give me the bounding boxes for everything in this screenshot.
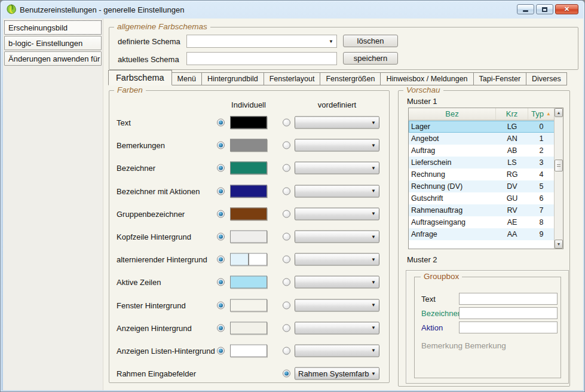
maximize-button[interactable] [536, 4, 553, 14]
preview-aktion-input[interactable] [459, 321, 558, 333]
color-row-anzeigen-hintergrund: Anzeigen Hintergrund ▼ [109, 317, 389, 339]
preview-text-input[interactable] [459, 293, 558, 305]
color-swatch[interactable] [230, 321, 267, 334]
minimize-button[interactable] [517, 4, 534, 14]
column-header-typ[interactable]: Typ▲ [528, 108, 555, 120]
predefined-radio[interactable] [283, 142, 290, 149]
predefined-radio[interactable] [283, 233, 290, 241]
individual-radio[interactable] [217, 278, 225, 286]
predefined-combobox[interactable]: ▼ [295, 231, 379, 243]
client-area: Erscheinungsbild b-logic- Einstellungen … [3, 19, 583, 390]
color-swatch-right [249, 253, 267, 266]
predefined-combobox[interactable]: ▼ [295, 117, 379, 129]
predefined-combobox[interactable]: ▼ [295, 299, 379, 311]
table-header-row: Bez Krz Typ▲ [409, 108, 563, 121]
tab-menue[interactable]: Menü [172, 72, 202, 85]
table-row[interactable]: LieferscheinLS3 [409, 157, 563, 169]
close-icon: ✕ [564, 6, 569, 13]
color-swatch[interactable] [230, 207, 267, 220]
muster2-label: Muster 2 [407, 255, 437, 264]
predefined-combobox[interactable]: ▼ [295, 207, 379, 220]
chevron-down-icon: ▼ [371, 166, 376, 171]
predefined-combobox[interactable]: ▼ [295, 139, 379, 152]
sidebar-item-erscheinungsbild[interactable]: Erscheinungsbild [4, 20, 102, 35]
color-swatch-split[interactable] [230, 253, 267, 266]
color-swatch[interactable] [230, 299, 267, 311]
individual-radio[interactable] [217, 210, 225, 218]
predefined-radio[interactable] [283, 164, 290, 172]
column-header-bez[interactable]: Bez [409, 108, 496, 120]
predefined-radio[interactable] [283, 301, 290, 309]
predefined-radio[interactable] [283, 187, 290, 195]
individual-radio[interactable] [217, 347, 225, 354]
color-row-label: Anzeigen Listen-Hintergrund [117, 346, 215, 355]
table-row[interactable]: GutschriftGU6 [409, 192, 563, 204]
individual-radio[interactable] [217, 164, 225, 172]
tab-fenstergroessen[interactable]: Fenstergrößen [320, 72, 381, 85]
tab-strip: Farbschema Menü Hintergrundbild Fensterl… [108, 70, 567, 85]
predefined-radio[interactable] [283, 278, 290, 286]
individual-radio[interactable] [217, 233, 225, 241]
table-row[interactable]: AnfrageAA9 [409, 228, 563, 240]
individual-radio[interactable] [217, 119, 225, 127]
table-row[interactable]: RechnungRG4 [409, 169, 563, 180]
preview-bezeichner-input[interactable] [459, 307, 558, 319]
preview-aktion-label: Aktion [421, 323, 443, 332]
column-header-krz[interactable]: Krz [496, 108, 528, 120]
close-button[interactable]: ✕ [555, 4, 578, 14]
table-row[interactable]: AuftragseingangAE8 [409, 216, 563, 228]
individual-radio[interactable] [217, 324, 225, 332]
color-swatch[interactable] [230, 231, 267, 243]
predefined-radio[interactable] [283, 119, 290, 127]
table-row[interactable]: RahmenauftragRV7 [409, 204, 563, 216]
sidebar-item-aenderungen-anwenden[interactable]: Änderungen anwenden für [4, 51, 102, 66]
tab-fensterlayout[interactable]: Fensterlayout [264, 72, 321, 85]
color-swatch[interactable] [230, 276, 267, 289]
color-swatch[interactable] [230, 117, 267, 129]
vorschau-groupbox-legend: Vorschau [403, 85, 443, 94]
table-row[interactable]: LagerLG0 [409, 121, 563, 133]
predefined-combobox[interactable]: ▼ [295, 321, 379, 334]
color-swatch[interactable] [230, 344, 267, 357]
tab-farbschema[interactable]: Farbschema [108, 70, 172, 85]
predefined-combobox[interactable]: ▼ [295, 162, 379, 174]
predefined-radio[interactable] [283, 324, 290, 332]
individual-radio[interactable] [217, 187, 225, 195]
predefined-combobox[interactable]: Rahmen Systemfarb ▼ [295, 368, 379, 380]
predefined-combobox[interactable]: ▼ [295, 344, 379, 357]
sidebar-item-blogic-einstellungen[interactable]: b-logic- Einstellungen [4, 36, 102, 50]
color-swatch[interactable] [230, 162, 267, 174]
predefined-radio[interactable] [283, 210, 290, 218]
tab-hinweisbox-meldungen[interactable]: Hinweisbox / Meldungen [381, 72, 473, 85]
predefined-combobox[interactable]: ▼ [295, 185, 379, 197]
defined-schema-combobox[interactable]: ▼ [186, 35, 337, 48]
color-swatch[interactable] [230, 139, 267, 152]
defined-schema-label: definierte Schema [118, 37, 180, 46]
table-scrollbar[interactable]: ▲ ▼ [554, 108, 563, 249]
current-schema-input[interactable] [186, 52, 337, 65]
scrollbar-thumb[interactable] [555, 160, 563, 172]
table-row[interactable]: AuftragAB2 [409, 145, 563, 157]
color-row-bemerkungen: Bemerkungen ▼ [109, 134, 389, 157]
tab-diverses[interactable]: Diverses [526, 72, 567, 85]
predefined-radio[interactable] [283, 370, 290, 378]
tab-hintergrundbild[interactable]: Hintergrundbild [202, 72, 264, 85]
preview-bemerkung-text: Bemerkung Bemerkung [421, 341, 506, 350]
delete-button[interactable]: löschen [343, 35, 398, 47]
individual-radio[interactable] [217, 142, 225, 149]
scroll-up-button[interactable]: ▲ [555, 108, 563, 117]
table-row[interactable]: Rechnung (DV)DV5 [409, 180, 563, 192]
titlebar[interactable]: Benutzereinstellungen - generelle Einste… [1, 1, 584, 19]
predefined-combobox[interactable]: ▼ [295, 276, 379, 289]
save-button[interactable]: speichern [343, 52, 398, 65]
scroll-down-button[interactable]: ▼ [555, 240, 563, 249]
predefined-radio[interactable] [283, 347, 290, 354]
individual-radio[interactable] [217, 301, 225, 309]
color-swatch[interactable] [230, 185, 267, 197]
individual-radio[interactable] [217, 256, 225, 264]
color-swatch-left [230, 253, 249, 266]
predefined-radio[interactable] [283, 256, 290, 264]
predefined-combobox[interactable]: ▼ [295, 253, 379, 266]
table-row[interactable]: AngebotAN1 [409, 133, 563, 145]
tab-tapi-fenster[interactable]: Tapi-Fenster [474, 72, 526, 85]
